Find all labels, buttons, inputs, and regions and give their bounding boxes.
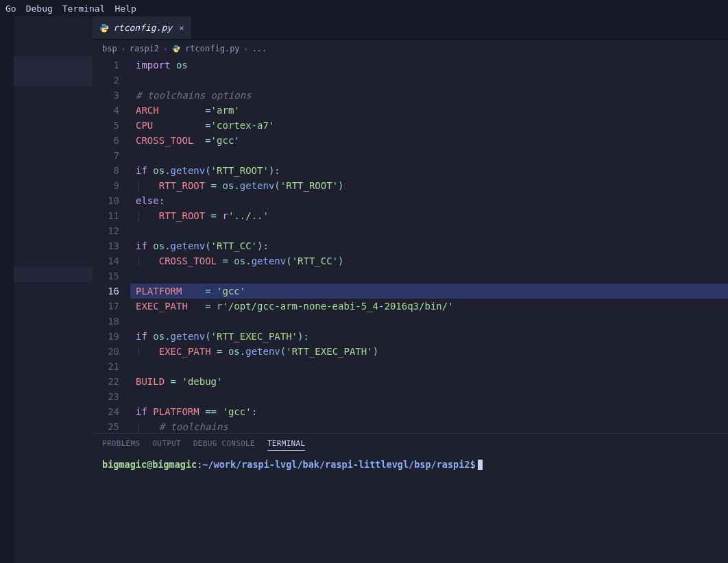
breadcrumb-seg-raspi2[interactable]: raspi2 xyxy=(130,44,159,53)
gutter: 1234567891011121314151617181920212223242… xyxy=(93,58,130,433)
breadcrumb-seg-bsp[interactable]: bsp xyxy=(102,44,117,53)
panel-tabs: PROBLEMS OUTPUT DEBUG CONSOLE TERMINAL xyxy=(93,434,728,455)
tab-rtconfig[interactable]: rtconfig.py × xyxy=(93,16,191,39)
menu-help[interactable]: Help xyxy=(114,3,136,14)
tab-filename: rtconfig.py xyxy=(113,23,172,33)
terminal-prompt-end: $ xyxy=(470,459,475,470)
main-column: rtconfig.py × bsp › raspi2 › rtconfig.py… xyxy=(93,16,728,563)
panel-tab-debug[interactable]: DEBUG CONSOLE xyxy=(193,439,255,451)
editor[interactable]: 1234567891011121314151617181920212223242… xyxy=(93,58,728,433)
chevron-right-icon: › xyxy=(163,45,167,53)
chevron-right-icon: › xyxy=(244,45,248,53)
python-file-icon xyxy=(99,23,109,33)
breadcrumb[interactable]: bsp › raspi2 › rtconfig.py › ... xyxy=(93,40,728,58)
breadcrumb-seg-file[interactable]: rtconfig.py xyxy=(185,44,239,53)
terminal-path: ~/work/raspi-lvgl/bak/raspi-littlevgl/bs… xyxy=(202,459,470,470)
breadcrumb-seg-ellipsis[interactable]: ... xyxy=(252,44,267,53)
python-file-icon xyxy=(171,44,181,53)
code-area[interactable]: import os # toolchains optionsARCH ='arm… xyxy=(130,58,728,433)
tab-close-icon[interactable]: × xyxy=(179,23,184,33)
menubar: Go Debug Terminal Help xyxy=(0,0,728,16)
terminal[interactable]: bigmagic@bigmagic:~/work/raspi-lvgl/bak/… xyxy=(93,455,728,474)
panel-tab-problems[interactable]: PROBLEMS xyxy=(102,439,140,451)
terminal-user: bigmagic@bigmagic xyxy=(102,459,197,470)
activitybar xyxy=(0,16,14,563)
editor-tabs: rtconfig.py × xyxy=(93,16,728,40)
panel-tab-terminal[interactable]: TERMINAL xyxy=(267,439,305,451)
terminal-cursor xyxy=(478,460,483,470)
menu-go[interactable]: Go xyxy=(5,3,16,14)
panel-tab-output[interactable]: OUTPUT xyxy=(152,439,181,451)
bottom-panel: PROBLEMS OUTPUT DEBUG CONSOLE TERMINAL b… xyxy=(93,433,728,563)
app-body: rtconfig.py × bsp › raspi2 › rtconfig.py… xyxy=(0,16,728,563)
sidebar-minimap xyxy=(14,16,93,563)
chevron-right-icon: › xyxy=(121,45,125,53)
menu-debug[interactable]: Debug xyxy=(26,3,53,14)
svg-point-0 xyxy=(102,24,103,25)
svg-point-1 xyxy=(106,31,106,32)
menu-terminal[interactable]: Terminal xyxy=(62,3,106,14)
